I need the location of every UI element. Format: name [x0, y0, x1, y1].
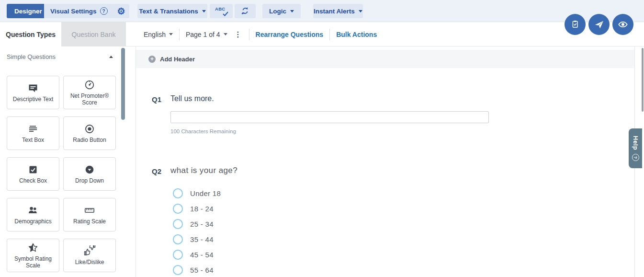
- net-promoter-score-icon: [84, 79, 95, 91]
- option-label[interactable]: 55 - 64: [190, 266, 214, 274]
- gear-icon: ⚙: [117, 6, 125, 17]
- visual-settings-label: Visual Settings: [50, 8, 97, 15]
- symbol-rating-scale-icon: [27, 242, 39, 254]
- card-label: Like/Dislike: [75, 259, 104, 265]
- radio-button[interactable]: [173, 219, 183, 229]
- rearrange-questions-link[interactable]: Rearrange Questions: [256, 31, 324, 38]
- card-drop-down[interactable]: Drop Down: [63, 157, 116, 191]
- answer-option-row: 18 - 24: [173, 203, 214, 214]
- answer-option-row: 35 - 44: [173, 234, 214, 244]
- help-question-icon: ?: [632, 154, 639, 161]
- survey-page-canvas: + Add Header Q1 Tell us more. 100 Charac…: [136, 46, 635, 277]
- add-header-button[interactable]: + Add Header: [136, 50, 634, 68]
- tab-question-bank[interactable]: Question Bank: [61, 22, 126, 46]
- instant-alerts-label: Instant Alerts: [314, 8, 355, 15]
- language-selector[interactable]: English: [144, 31, 173, 38]
- question-1-number: Q1: [152, 95, 161, 104]
- logic-label: Logic: [269, 8, 286, 15]
- radio-button[interactable]: [173, 204, 183, 214]
- answer-option-row: Under 18: [173, 188, 221, 198]
- rating-scale-icon: [84, 205, 95, 216]
- option-label[interactable]: 18 - 24: [190, 205, 214, 213]
- demographics-icon: [27, 205, 39, 216]
- chevron-down-icon: [224, 33, 227, 35]
- logic-dropdown[interactable]: Logic: [262, 4, 301, 18]
- radio-button[interactable]: [173, 265, 183, 275]
- find-replace-button[interactable]: [235, 4, 256, 18]
- chevron-down-icon: [169, 33, 173, 35]
- spellcheck-button[interactable]: ABC: [210, 4, 233, 18]
- send-icon: [594, 19, 605, 30]
- page-menu-kebab-icon[interactable]: ⋮: [234, 31, 243, 38]
- card-label: Text Box: [22, 137, 44, 143]
- card-check-box[interactable]: Check Box: [7, 157, 59, 191]
- tab-question-types[interactable]: Question Types: [0, 22, 61, 46]
- page-controls: English Page 1 of 4 ⋮ Rearrange Question…: [144, 22, 377, 46]
- help-tab[interactable]: Help ?: [629, 128, 642, 168]
- simple-questions-section-toggle[interactable]: Simple Questions: [0, 53, 120, 60]
- question-2-text[interactable]: what is your age?: [170, 166, 237, 175]
- visual-settings-button[interactable]: Visual Settings ?: [44, 4, 114, 18]
- preview-button[interactable]: [612, 14, 633, 35]
- send-button[interactable]: [588, 14, 610, 35]
- bulk-actions-link[interactable]: Bulk Actions: [336, 31, 377, 38]
- card-radio-button[interactable]: Radio Button: [63, 116, 116, 150]
- question-1-text[interactable]: Tell us more.: [170, 94, 214, 103]
- answer-option-row: 45 - 54: [173, 249, 214, 260]
- plus-circle-icon: +: [148, 56, 156, 63]
- divider: [249, 29, 249, 40]
- card-demographics[interactable]: Demographics: [7, 198, 59, 231]
- add-header-label: Add Header: [160, 56, 195, 63]
- option-label[interactable]: 25 - 34: [190, 220, 214, 228]
- divider: [179, 29, 180, 40]
- section-title: Simple Questions: [7, 53, 56, 60]
- card-text-box[interactable]: Text Box: [7, 116, 59, 150]
- card-net-promoter-score[interactable]: Net Promoter® Score: [63, 76, 116, 109]
- top-toolbar: Designer Visual Settings ? ⚙ Text & Tran…: [0, 0, 644, 22]
- card-symbol-rating-scale[interactable]: Symbol Rating Scale: [7, 239, 59, 272]
- option-label[interactable]: 35 - 44: [190, 235, 214, 243]
- card-label: Check Box: [19, 177, 47, 184]
- text-translations-dropdown[interactable]: Text & Translations: [137, 4, 207, 18]
- question-1-text-input[interactable]: [170, 111, 489, 123]
- text-box-icon: [27, 123, 39, 135]
- card-descriptive-text[interactable]: Descriptive Text: [7, 76, 59, 109]
- radio-button[interactable]: [173, 234, 183, 244]
- card-label: Descriptive Text: [13, 96, 53, 103]
- settings-gear-button[interactable]: ⚙: [113, 4, 129, 18]
- card-label: Rating Scale: [73, 218, 106, 225]
- designer-button[interactable]: Designer: [7, 4, 50, 18]
- drop-down-icon: [84, 164, 95, 175]
- preview-icon: [617, 19, 629, 30]
- card-label: Radio Button: [73, 137, 106, 143]
- text-translations-label: Text & Translations: [139, 8, 198, 15]
- chevron-down-icon: [290, 10, 294, 12]
- sidebar-scrollbar-thumb[interactable]: [121, 48, 125, 120]
- language-label: English: [144, 31, 166, 38]
- radio-button-icon: [84, 123, 95, 135]
- like-dislike-icon: [83, 245, 96, 257]
- radio-button[interactable]: [173, 188, 183, 198]
- spellcheck-icon: ABC: [215, 6, 227, 16]
- question-2-number: Q2: [152, 167, 161, 175]
- page-label: Page 1 of 4: [186, 31, 220, 38]
- page-scrollbar-thumb[interactable]: [642, 48, 644, 112]
- option-label[interactable]: 45 - 54: [190, 251, 214, 259]
- check-box-icon: [27, 164, 39, 175]
- survey-designer-app: Designer Visual Settings ? ⚙ Text & Tran…: [0, 0, 644, 277]
- card-label: Net Promoter® Score: [65, 92, 114, 106]
- question-types-sidebar: Simple Questions Descriptive Text Net Pr…: [0, 46, 127, 277]
- sub-toolbar: Question Types Question Bank English Pag…: [0, 22, 644, 46]
- test-survey-button[interactable]: [565, 14, 586, 35]
- radio-button[interactable]: [173, 250, 183, 260]
- option-label[interactable]: Under 18: [190, 189, 221, 197]
- page-selector[interactable]: Page 1 of 4: [186, 31, 227, 38]
- card-rating-scale[interactable]: Rating Scale: [63, 198, 116, 231]
- help-circle-icon[interactable]: ?: [100, 7, 108, 15]
- card-like-dislike[interactable]: Like/Dislike: [63, 239, 116, 272]
- answer-option-row: 55 - 64: [173, 265, 214, 275]
- answer-option-row: 25 - 34: [173, 219, 214, 229]
- instant-alerts-dropdown[interactable]: Instant Alerts: [313, 4, 363, 18]
- find-replace-icon: [240, 6, 250, 16]
- card-label: Symbol Rating Scale: [9, 255, 57, 269]
